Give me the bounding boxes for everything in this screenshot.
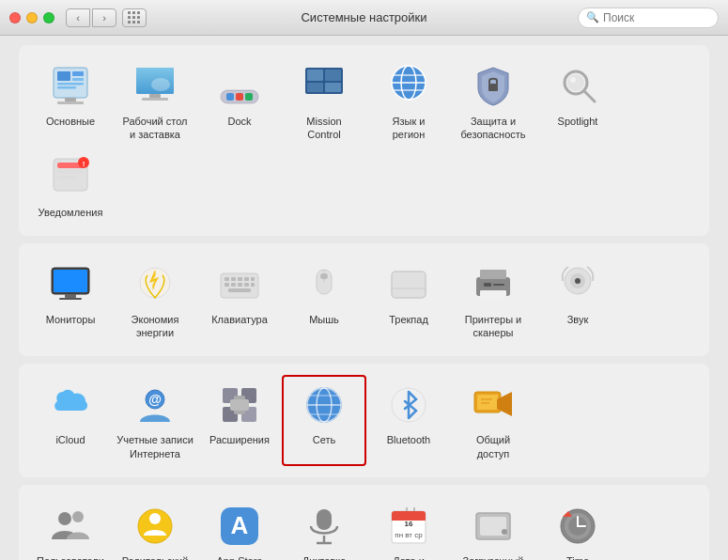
item-users[interactable]: Пользователии группы: [28, 496, 113, 560]
back-button[interactable]: ‹: [66, 8, 90, 27]
search-input[interactable]: [603, 11, 710, 24]
svg-rect-48: [244, 277, 249, 281]
item-icloud[interactable]: iCloud: [28, 375, 113, 466]
label-extensions: Расширения: [209, 433, 270, 446]
svg-rect-46: [231, 277, 236, 281]
svg-rect-41: [65, 294, 76, 298]
item-language[interactable]: Язык ирегион: [366, 56, 451, 148]
svg-point-31: [567, 74, 584, 91]
icon-mouse: [300, 260, 349, 309]
item-sharing[interactable]: Общийдоступ: [451, 375, 535, 466]
item-trackpad[interactable]: Трекпад: [366, 255, 451, 346]
icon-osnov: [46, 62, 95, 111]
item-desktop[interactable]: Рабочий столи заставка: [113, 56, 197, 148]
svg-text:@: @: [148, 392, 162, 407]
close-button[interactable]: [9, 12, 21, 23]
label-spotlight: Spotlight: [558, 115, 598, 128]
forward-button[interactable]: ›: [92, 8, 116, 27]
search-icon: 🔍: [586, 11, 599, 23]
svg-rect-11: [149, 94, 161, 98]
label-printers: Принтеры исканеры: [465, 313, 522, 340]
icon-parental: [131, 502, 179, 551]
minimize-button[interactable]: [26, 12, 38, 23]
label-desktop: Рабочий столи заставка: [122, 115, 187, 142]
label-language: Язык ирегион: [393, 115, 426, 142]
svg-rect-53: [244, 283, 249, 287]
svg-rect-50: [225, 283, 229, 287]
item-mission[interactable]: MissionControl: [282, 56, 366, 148]
search-box[interactable]: 🔍: [578, 8, 719, 28]
svg-rect-35: [57, 170, 84, 174]
svg-rect-12: [142, 98, 168, 101]
svg-rect-6: [65, 98, 76, 101]
svg-rect-65: [493, 284, 504, 286]
grid-view-button[interactable]: [122, 8, 147, 27]
item-monitors[interactable]: Мониторы: [28, 255, 113, 346]
label-startup: Загрузочныйтом: [463, 554, 524, 560]
icon-datetime: 16 пн вт ср: [384, 502, 433, 551]
item-mouse[interactable]: Мышь: [282, 255, 366, 346]
section2-grid: Мониторы Экономияэнергии: [28, 255, 700, 346]
item-osnov[interactable]: Основные: [28, 56, 113, 148]
svg-rect-76: [230, 399, 249, 411]
icon-startup: [469, 502, 518, 551]
svg-rect-52: [238, 283, 242, 287]
item-notifications[interactable]: ! Уведомления: [28, 148, 113, 225]
label-keyboard: Клавиатура: [211, 313, 268, 326]
item-energy[interactable]: Экономияэнергии: [113, 255, 197, 346]
icon-energy: [131, 260, 179, 309]
icon-language: [384, 62, 433, 111]
item-network[interactable]: Сеть: [282, 375, 366, 466]
item-bluetooth[interactable]: Bluetooth: [366, 375, 451, 466]
svg-text:16: 16: [405, 520, 413, 528]
icon-sharing: [469, 381, 518, 429]
item-appstore[interactable]: A App Store: [197, 496, 282, 560]
svg-rect-55: [228, 288, 251, 292]
svg-text:пн вт ср: пн вт ср: [395, 531, 423, 539]
item-timemachine[interactable]: TimeMachine: [535, 496, 620, 560]
item-startup[interactable]: Загрузочныйтом: [451, 496, 535, 560]
icon-timemachine: [553, 502, 602, 551]
svg-point-10: [151, 78, 170, 91]
maximize-button[interactable]: [43, 12, 54, 23]
item-security[interactable]: Защита ибезопасность: [451, 56, 535, 148]
titlebar: ‹ › Системные настройки 🔍: [0, 0, 728, 36]
svg-rect-58: [320, 273, 328, 279]
svg-point-106: [502, 529, 507, 535]
traffic-lights: [9, 12, 54, 23]
icon-mission: [300, 62, 349, 111]
item-datetime[interactable]: 16 пн вт ср Дата ивремя: [366, 496, 451, 560]
svg-rect-40: [54, 270, 87, 292]
section4-grid: Пользователии группы Родительскийконтрол…: [28, 496, 700, 560]
label-appstore: App Store: [217, 554, 263, 560]
svg-point-32: [570, 77, 576, 83]
svg-rect-20: [307, 83, 323, 92]
item-dock[interactable]: Dock: [197, 56, 282, 148]
icon-bluetooth: [384, 381, 433, 429]
svg-rect-45: [225, 277, 229, 281]
icon-desktop: [131, 62, 179, 111]
item-spotlight[interactable]: Spotlight: [535, 56, 620, 148]
label-users: Пользователии группы: [37, 554, 104, 560]
item-parental[interactable]: Родительскийконтроль: [113, 496, 197, 560]
icon-notifications: !: [46, 153, 95, 202]
icon-icloud: [46, 381, 95, 429]
svg-line-30: [584, 91, 595, 101]
item-keyboard[interactable]: Клавиатура: [197, 255, 282, 346]
svg-rect-62: [480, 270, 506, 279]
label-osnov: Основные: [46, 115, 95, 128]
svg-point-68: [575, 278, 581, 284]
item-sound[interactable]: Звук: [535, 255, 620, 346]
label-security: Защита ибезопасность: [460, 115, 525, 142]
item-accounts[interactable]: @ Учетные записиИнтернета: [113, 375, 197, 466]
icon-network: [300, 381, 349, 429]
label-sharing: Общийдоступ: [476, 433, 510, 460]
svg-rect-47: [238, 277, 242, 281]
label-parental: Родительскийконтроль: [122, 554, 189, 560]
item-dictation[interactable]: Диктовкаи речь: [282, 496, 366, 560]
svg-point-88: [58, 512, 71, 525]
icon-appstore: A: [215, 502, 264, 551]
item-printers[interactable]: Принтеры исканеры: [451, 255, 535, 346]
item-extensions[interactable]: Расширения: [197, 375, 282, 466]
icon-printers: [469, 260, 518, 309]
